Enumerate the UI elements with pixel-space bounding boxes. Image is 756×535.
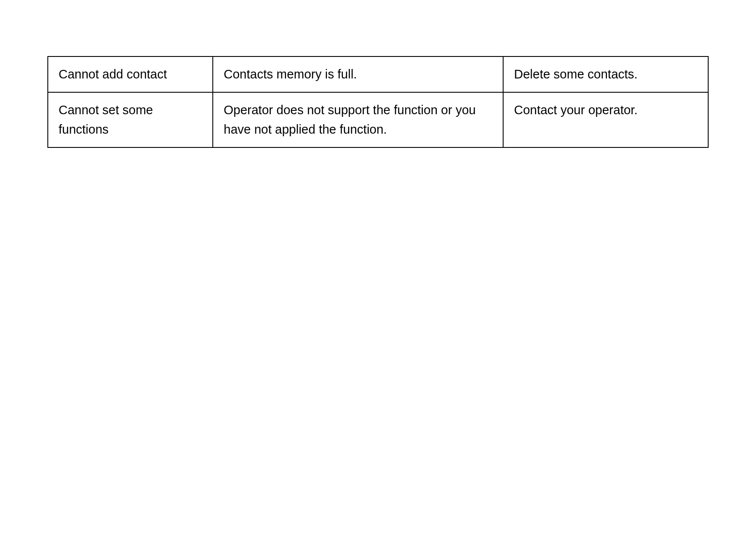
table-row: Cannot set some functions Operator does … <box>48 92 708 147</box>
problem-cell: Cannot add contact <box>48 56 213 92</box>
solution-cell: Delete some contacts. <box>503 56 708 92</box>
problem-cell: Cannot set some functions <box>48 92 213 147</box>
table-row: Cannot add contact Contacts memory is fu… <box>48 56 708 92</box>
solution-cell: Contact your operator. <box>503 92 708 147</box>
troubleshooting-table: Cannot add contact Contacts memory is fu… <box>47 56 709 148</box>
cause-cell: Contacts memory is full. <box>213 56 503 92</box>
cause-cell: Operator does not support the function o… <box>213 92 503 147</box>
